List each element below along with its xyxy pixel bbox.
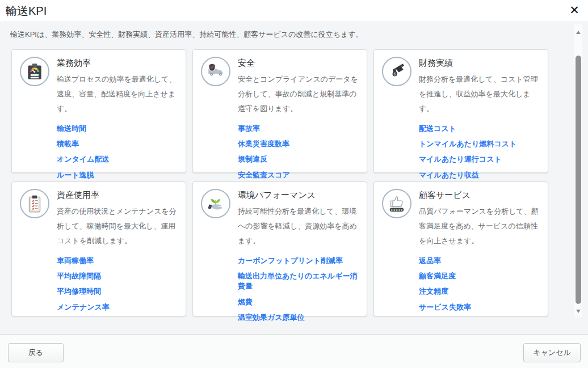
kpi-link[interactable]: 注文精度 — [419, 286, 540, 297]
card-title: 安全 — [238, 58, 359, 69]
card-description: 安全とコンプライアンスのデータを分析して、事故の削減と規制基準の遵守を図ります。 — [238, 72, 359, 116]
kpi-card-environmental-performance: 環境パフォーマンス 持続可能性分析を最適化して、環境への影響を軽減し、資源効率を… — [192, 181, 367, 316]
kpi-link[interactable]: メンテナンス率 — [57, 302, 178, 312]
kpi-link[interactable]: オンタイム配送 — [57, 154, 178, 164]
close-icon[interactable]: ✕ — [566, 2, 582, 18]
kpi-link[interactable]: 輸送時間 — [57, 124, 178, 134]
svg-text:$: $ — [393, 71, 396, 77]
kpi-link-list: 事故率 休業災害度数率 規制違反 安全監査スコア — [238, 124, 359, 180]
kpi-card-asset-utilization: 資産使用率 資産の使用状況とメンテナンスを分析して、稼働時間を最大化し、運用コス… — [11, 181, 186, 316]
kpi-link[interactable]: 返品率 — [419, 256, 540, 266]
dialog-content: 輸送KPIは、業務効率、安全性、財務実績、資産活用率、持続可能性、顧客サービスの… — [0, 22, 588, 334]
kpi-link[interactable]: 休業災害度数率 — [238, 139, 359, 149]
card-description: 財務分析を最適化して、コスト管理を推進し、収益効率を最大化します。 — [419, 72, 540, 116]
kpi-link[interactable]: 燃費 — [238, 297, 359, 307]
scroll-up-icon[interactable] — [576, 31, 581, 34]
kpi-link[interactable]: 事故率 — [238, 124, 359, 134]
kpi-link-list: カーボンフットプリント削減率 輸送出力単位あたりのエネルギー消費量 燃費 温室効… — [238, 256, 359, 323]
kpi-card-grid: 業務効率 輸送プロセスの効率を最適化して、速度、容量、配送精度を向上させます。 … — [11, 49, 588, 316]
thumbs-up-stars-icon: ★★★★★ — [382, 189, 411, 218]
kpi-link-list: 返品率 顧客満足度 注文精度 サービス失敗率 — [419, 256, 540, 312]
kpi-link[interactable]: トンマイルあたり燃料コスト — [419, 139, 540, 149]
kpi-link[interactable]: 積載率 — [57, 139, 178, 149]
kpi-link[interactable]: マイルあたり収益 — [419, 170, 540, 180]
kpi-link[interactable]: 安全監査スコア — [238, 170, 359, 180]
gauge-clipboard-icon — [20, 57, 49, 86]
dialog-header: 輸送KPI ✕ — [0, 0, 588, 22]
kpi-link[interactable]: サービス失敗率 — [419, 302, 540, 312]
card-title: 資産使用率 — [57, 190, 178, 201]
kpi-link[interactable]: ルート逸脱 — [57, 170, 178, 180]
card-title: 財務実績 — [419, 58, 540, 69]
kpi-link[interactable]: 輸送出力単位あたりのエネルギー消費量 — [238, 271, 359, 291]
page-title: 輸送KPI — [6, 3, 47, 19]
dialog-footer: 戻る キャンセル — [0, 334, 588, 368]
shield-truck-icon — [201, 57, 230, 86]
fuel-nozzle-dollar-icon: $ — [382, 57, 411, 86]
card-description: 資産の使用状況とメンテナンスを分析して、稼働時間を最大化し、運用コストを削減しま… — [57, 204, 178, 248]
kpi-card-financial-performance: $ 財務実績 財務分析を最適化して、コスト管理を推進し、収益効率を最大化します。… — [373, 49, 548, 173]
card-title: 業務効率 — [57, 58, 178, 69]
kpi-link[interactable]: 車両稼働率 — [57, 256, 178, 266]
scrollbar-thumb[interactable] — [576, 56, 581, 304]
card-description: 持続可能性分析を最適化して、環境への影響を軽減し、資源効率を高めます。 — [238, 204, 359, 248]
cancel-button[interactable]: キャンセル — [523, 343, 581, 362]
kpi-link-list: 車両稼働率 平均故障間隔 平均修理時間 メンテナンス率 — [57, 256, 178, 312]
kpi-link[interactable]: 平均修理時間 — [57, 286, 178, 297]
kpi-link[interactable]: 平均故障間隔 — [57, 271, 178, 281]
dialog-subtitle: 輸送KPIは、業務効率、安全性、財務実績、資産活用率、持続可能性、顧客サービスの… — [0, 22, 588, 40]
kpi-link[interactable]: マイルあたり運行コスト — [419, 154, 540, 164]
card-description: 品質パフォーマンスを分析して、顧客満足度を高め、サービスの信頼性を向上させます。 — [419, 204, 540, 248]
kpi-link-list: 輸送時間 積載率 オンタイム配送 ルート逸脱 — [57, 124, 178, 180]
kpi-link[interactable]: 顧客満足度 — [419, 271, 540, 281]
card-title: 顧客サービス — [419, 190, 540, 201]
svg-text:★★★★★: ★★★★★ — [390, 208, 403, 212]
vertical-scrollbar[interactable] — [574, 24, 582, 317]
card-description: 輸送プロセスの効率を最適化して、速度、容量、配送精度を向上させます。 — [57, 72, 178, 116]
card-title: 環境パフォーマンス — [238, 190, 359, 201]
scroll-down-icon[interactable] — [576, 310, 581, 313]
kpi-card-operational-efficiency: 業務効率 輸送プロセスの効率を最適化して、速度、容量、配送精度を向上させます。 … — [11, 49, 186, 173]
kpi-link[interactable]: 温室効果ガス原単位 — [238, 312, 359, 323]
kpi-link[interactable]: カーボンフットプリント削減率 — [238, 256, 359, 266]
kpi-card-customer-service: ★★★★★ 顧客サービス 品質パフォーマンスを分析して、顧客満足度を高め、サービ… — [373, 181, 548, 316]
transportation-kpi-dialog: 輸送KPI ✕ 輸送KPIは、業務効率、安全性、財務実績、資産活用率、持続可能性… — [0, 0, 588, 368]
kpi-link-list: 配送コスト トンマイルあたり燃料コスト マイルあたり運行コスト マイルあたり収益 — [419, 124, 540, 180]
back-button[interactable]: 戻る — [8, 343, 64, 362]
checklist-clipboard-icon — [20, 189, 49, 218]
hand-plant-icon — [201, 189, 230, 218]
kpi-link[interactable]: 規制違反 — [238, 154, 359, 164]
kpi-link[interactable]: 配送コスト — [419, 124, 540, 134]
kpi-card-safety: 安全 安全とコンプライアンスのデータを分析して、事故の削減と規制基準の遵守を図り… — [192, 49, 367, 173]
